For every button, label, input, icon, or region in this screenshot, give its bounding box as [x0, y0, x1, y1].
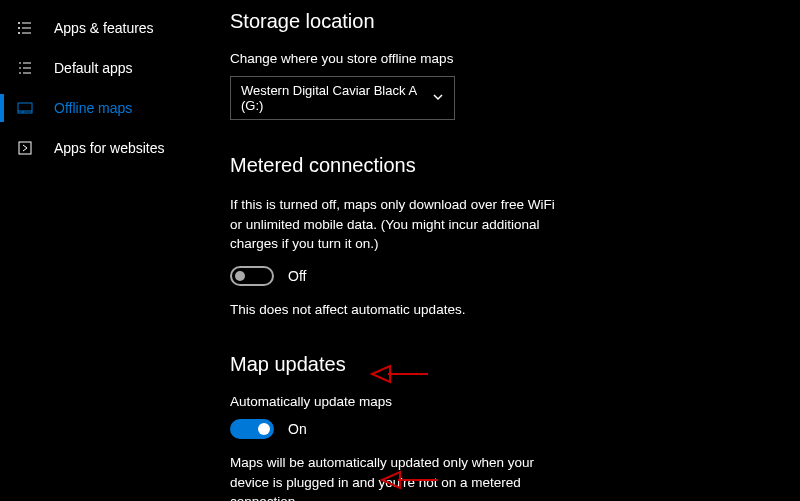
- metered-description: If this is turned off, maps only downloa…: [230, 195, 560, 254]
- metered-toggle-label: Off: [288, 268, 306, 284]
- sidebar-item-label: Apps for websites: [54, 140, 165, 156]
- section-title: Map updates: [230, 353, 560, 376]
- apps-websites-icon: [16, 139, 34, 157]
- default-apps-icon: [16, 59, 34, 77]
- dropdown-value: Western Digital Caviar Black A (G:): [241, 83, 432, 113]
- section-map-updates: Map updates Automatically update maps On…: [230, 353, 560, 501]
- storage-location-dropdown[interactable]: Western Digital Caviar Black A (G:): [230, 76, 455, 120]
- section-title: Storage location: [230, 10, 560, 33]
- chevron-down-icon: [432, 91, 444, 106]
- section-title: Metered connections: [230, 154, 560, 177]
- updates-description: Maps will be automatically updated only …: [230, 453, 560, 501]
- auto-update-toggle[interactable]: [230, 419, 274, 439]
- section-metered-connections: Metered connections If this is turned of…: [230, 154, 560, 319]
- sidebar-item-apps-features[interactable]: Apps & features: [0, 8, 230, 48]
- sidebar-item-label: Default apps: [54, 60, 133, 76]
- offline-maps-icon: [16, 99, 34, 117]
- sidebar-item-apps-websites[interactable]: Apps for websites: [0, 128, 230, 168]
- apps-features-icon: [16, 19, 34, 37]
- metered-footer: This does not affect automatic updates.: [230, 300, 560, 320]
- settings-content: Storage location Change where you store …: [230, 0, 800, 501]
- settings-sidebar: Apps & features Default apps Offline: [0, 0, 230, 501]
- sidebar-item-default-apps[interactable]: Default apps: [0, 48, 230, 88]
- storage-caption: Change where you store offline maps: [230, 51, 560, 66]
- auto-update-toggle-label: On: [288, 421, 307, 437]
- sidebar-item-offline-maps[interactable]: Offline maps: [0, 88, 230, 128]
- metered-toggle[interactable]: [230, 266, 274, 286]
- svg-rect-15: [19, 142, 31, 154]
- section-storage-location: Storage location Change where you store …: [230, 10, 560, 120]
- updates-caption: Automatically update maps: [230, 394, 560, 409]
- sidebar-item-label: Apps & features: [54, 20, 154, 36]
- sidebar-item-label: Offline maps: [54, 100, 132, 116]
